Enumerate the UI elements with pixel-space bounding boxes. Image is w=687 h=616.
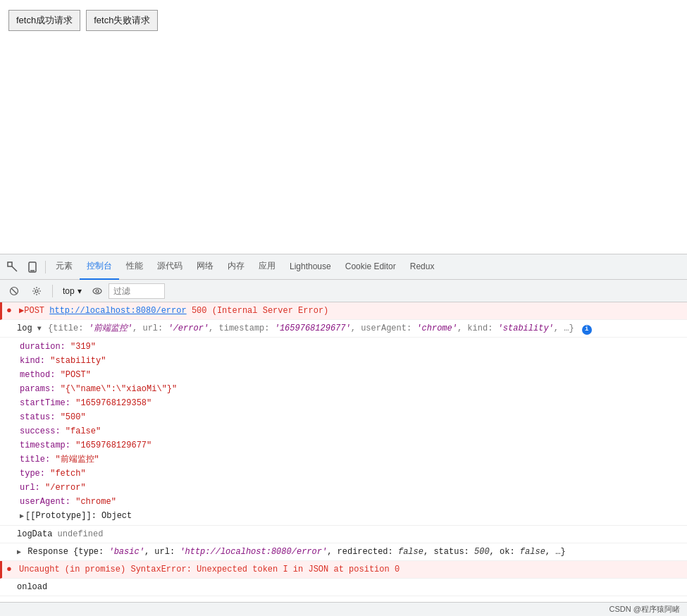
devtools-tab-bar: 元素 控制台 性能 源代码 网络 内存 应用 Lighthouse Cookie… (0, 254, 687, 280)
devtools-panel: 元素 控制台 性能 源代码 网络 内存 应用 Lighthouse Cookie… (0, 254, 687, 616)
onload-content: onload (14, 580, 687, 594)
svg-rect-0 (8, 262, 12, 266)
devtools-toolbar: top ▾ (0, 280, 687, 302)
tab-network[interactable]: 网络 (190, 254, 221, 280)
log-field-kind: kind: "stability" (20, 354, 684, 368)
log-data-spacer (0, 527, 14, 529)
tab-performance[interactable]: 性能 (119, 254, 150, 280)
dropdown-chevron-icon: ▾ (78, 286, 82, 296)
uncaught-error-row: ● Uncaught (in promise) SyntaxError: Une… (0, 561, 687, 579)
uncaught-message: Uncaught (in promise) SyntaxError: Unexp… (19, 565, 400, 574)
response-expand-icon[interactable] (17, 548, 21, 556)
tab-divider (45, 261, 46, 273)
onload-label: onload (17, 582, 47, 592)
uncaught-content: Uncaught (in promise) SyntaxError: Unexp… (16, 562, 687, 577)
log-spacer (0, 321, 14, 323)
log-prototype[interactable]: [[Prototype]]: Object (20, 509, 684, 523)
eye-icon[interactable] (89, 283, 106, 300)
tab-sources[interactable]: 源代码 (150, 254, 190, 280)
response-content: Response {type: 'basic', url: 'http://lo… (14, 545, 687, 559)
log-data-value: undefined (58, 529, 104, 539)
uncaught-icon: ● (2, 562, 16, 574)
log-field-duration: duration: "319" (20, 340, 684, 354)
log-field-url: url: "/error" (20, 481, 684, 495)
inspect-element-icon[interactable] (3, 257, 23, 277)
svg-point-7 (93, 288, 101, 294)
tab-cookie-editor[interactable]: Cookie Editor (338, 254, 403, 280)
log-field-status: status: "500" (20, 410, 684, 424)
log-summary: {title: '前端监控', url: '/error', timestamp… (48, 324, 574, 333)
log-label: log (17, 324, 37, 333)
svg-point-8 (96, 290, 99, 292)
prototype-expand-icon[interactable] (20, 512, 24, 520)
error-icon: ● (2, 304, 16, 316)
clear-console-icon[interactable] (4, 281, 24, 301)
response-text: Response {type: 'basic', url: 'http://lo… (27, 547, 565, 557)
bottom-credit: CSDN @程序猿阿睹 (609, 604, 680, 615)
bottom-bar: CSDN @程序猿阿睹 (0, 602, 687, 616)
log-field-useragent: userAgent: "chrome" (20, 495, 684, 509)
tab-elements[interactable]: 元素 (49, 254, 80, 280)
svg-line-5 (12, 288, 17, 293)
fetch-fail-button[interactable]: fetch失败请求 (86, 10, 158, 31)
tab-redux[interactable]: Redux (403, 254, 442, 280)
level-dropdown[interactable]: top ▾ (58, 285, 86, 297)
response-row: Response {type: 'basic', url: 'http://lo… (0, 543, 687, 561)
console-output: ● ▶POST http://localhost:8080/error 500 … (0, 302, 687, 602)
log-field-timestamp: timestamp: "1659768129677" (20, 438, 684, 452)
level-label: top (63, 286, 75, 296)
tab-memory[interactable]: 内存 (221, 254, 252, 280)
log-object-row: duration: "319" kind: "stability" method… (0, 338, 687, 526)
log-data-content: logData undefined (14, 527, 687, 541)
log-data-label: logData (17, 529, 58, 539)
log-field-method: method: "POST" (20, 368, 684, 382)
svg-point-6 (35, 290, 38, 292)
log-object-content: duration: "319" kind: "stability" method… (14, 339, 687, 524)
log-content: log {title: '前端监控', url: '/error', times… (14, 321, 687, 335)
http-method: ▶POST (19, 306, 49, 316)
settings-icon[interactable] (27, 281, 47, 301)
tab-application[interactable]: 应用 (252, 254, 283, 280)
log-obj-spacer (0, 339, 14, 340)
info-badge[interactable]: i (582, 325, 592, 335)
post-error-content: ▶POST http://localhost:8080/error 500 (I… (16, 304, 687, 318)
post-error-row: ● ▶POST http://localhost:8080/error 500 … (0, 302, 687, 320)
log-data-row: logData undefined (0, 526, 687, 543)
toolbar-divider (52, 285, 53, 297)
onload-row: onload (0, 579, 687, 596)
log-row: log {title: '前端监控', url: '/error', times… (0, 320, 687, 338)
log-expand-icon[interactable] (37, 325, 42, 333)
log-field-success: success: "false" (20, 424, 684, 438)
response-spacer (0, 545, 14, 546)
tab-console[interactable]: 控制台 (80, 254, 119, 280)
post-status: 500 (Internal Server Error) (192, 306, 328, 316)
device-toolbar-icon[interactable] (23, 257, 42, 277)
filter-input[interactable] (109, 283, 165, 299)
log-field-params: params: "{\"name\":\"xiaoMi\"}" (20, 382, 684, 396)
log-field-starttime: startTime: "1659768129358" (20, 396, 684, 410)
onload-spacer (0, 580, 14, 581)
log-field-type: type: "fetch" (20, 467, 684, 481)
fetch-success-button[interactable]: fetch成功请求 (8, 10, 80, 31)
page-area: fetch成功请求 fetch失败请求 (0, 0, 687, 254)
tab-lighthouse[interactable]: Lighthouse (283, 254, 338, 280)
post-url[interactable]: http://localhost:8080/error (49, 306, 186, 316)
log-field-title: title: "前端监控" (20, 452, 684, 467)
svg-line-1 (12, 266, 17, 271)
